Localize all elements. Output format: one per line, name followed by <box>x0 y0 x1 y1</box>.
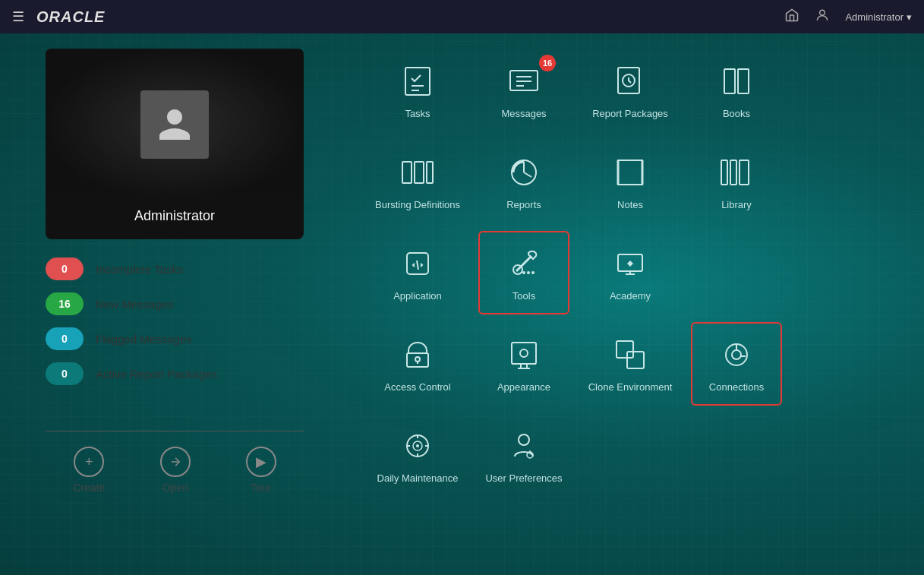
notes-icon <box>607 151 653 193</box>
access-control-label: Access Control <box>384 381 450 394</box>
svg-rect-14 <box>402 162 412 183</box>
svg-point-41 <box>520 349 528 357</box>
new-messages-badge: 16 <box>46 292 84 315</box>
incomplete-tasks-badge: 0 <box>46 257 84 280</box>
report-packages-icon <box>607 60 653 102</box>
messages-badge: 16 <box>539 55 556 71</box>
profile-name: Administrator <box>134 208 215 224</box>
grid-item-academy[interactable]: Academy <box>585 231 676 314</box>
main-content: Administrator 0 Incomplete Tasks 16 New … <box>0 33 924 575</box>
grid-item-user-preferences[interactable]: User Preferences <box>478 413 569 497</box>
avatar <box>140 90 209 159</box>
academy-icon <box>607 242 653 284</box>
grid-item-appearance[interactable]: Appearance <box>478 322 569 406</box>
profile-card: Administrator <box>46 49 304 239</box>
tools-label: Tools <box>512 290 535 303</box>
grid-item-daily-maintenance[interactable]: Daily Maintenance <box>372 413 463 497</box>
clone-icon <box>607 333 653 375</box>
create-button[interactable]: + Create <box>73 447 105 494</box>
svg-point-56 <box>519 434 529 445</box>
user-preferences-label: User Preferences <box>485 472 562 485</box>
grid-item-tasks[interactable]: Tasks <box>372 49 463 132</box>
profile-background <box>46 49 304 201</box>
grid-item-library[interactable]: Library <box>691 140 782 223</box>
admin-dropdown-icon: ▾ <box>907 11 912 23</box>
academy-label: Academy <box>610 290 651 303</box>
active-report-packages-label: Active Report Packages <box>96 368 217 381</box>
bursting-icon <box>395 151 440 193</box>
stat-row-active-report-packages: 0 Active Report Packages <box>46 362 304 385</box>
grid-item-tools[interactable]: Tools <box>478 231 569 314</box>
grid-item-empty2 <box>585 413 676 497</box>
grid-item-report-packages[interactable]: Report Packages <box>585 49 676 132</box>
topbar: ☰ ORACLE Administrator ▾ <box>0 0 924 33</box>
svg-rect-16 <box>427 162 433 183</box>
reports-label: Reports <box>506 199 541 212</box>
svg-rect-43 <box>627 352 644 368</box>
flagged-messages-badge: 0 <box>46 327 84 350</box>
library-label: Library <box>721 199 752 212</box>
grid-item-reports[interactable]: Reports <box>478 140 569 223</box>
tasks-label: Tasks <box>405 108 430 121</box>
svg-rect-11 <box>738 69 749 93</box>
stats-section: 0 Incomplete Tasks 16 New Messages 0 Fla… <box>46 257 304 385</box>
notes-label: Notes <box>617 199 643 212</box>
admin-menu[interactable]: Administrator ▾ <box>845 11 912 23</box>
books-label: Books <box>723 108 750 121</box>
grid-item-bursting-definitions[interactable]: Bursting Definitions <box>372 140 463 223</box>
svg-rect-15 <box>415 162 424 183</box>
application-icon <box>395 242 440 284</box>
grid-item-empty1 <box>691 231 782 314</box>
connections-icon <box>714 333 759 375</box>
topbar-right: Administrator ▾ <box>784 8 912 27</box>
report-packages-label: Report Packages <box>592 108 668 121</box>
svg-point-34 <box>415 357 420 362</box>
user-icon[interactable] <box>815 8 830 27</box>
svg-rect-20 <box>721 160 727 185</box>
access-control-icon <box>395 333 440 375</box>
new-messages-label: New Messages <box>96 298 174 311</box>
grid-item-access-control[interactable]: Access Control <box>372 322 463 406</box>
svg-marker-30 <box>627 261 633 267</box>
svg-rect-10 <box>724 69 735 93</box>
grid-item-empty3 <box>691 413 782 497</box>
daily-maintenance-label: Daily Maintenance <box>377 472 459 485</box>
app-grid: Tasks 16 Messages <box>372 49 901 497</box>
oracle-logo: ORACLE <box>36 8 105 26</box>
svg-rect-36 <box>512 343 536 364</box>
right-panel: Tasks 16 Messages <box>349 33 924 575</box>
svg-point-50 <box>416 444 419 447</box>
library-icon <box>714 151 759 193</box>
grid-item-application[interactable]: Application <box>372 231 463 314</box>
grid-item-clone-environment[interactable]: Clone Environment <box>585 322 676 406</box>
tools-icon <box>501 242 547 284</box>
tour-icon: ▶ <box>246 447 276 477</box>
left-panel: Administrator 0 Incomplete Tasks 16 New … <box>0 33 349 575</box>
daily-maintenance-icon <box>395 425 440 466</box>
tour-button[interactable]: ▶ Tour <box>246 447 276 494</box>
messages-label: Messages <box>501 108 546 121</box>
svg-rect-42 <box>617 341 633 358</box>
flagged-messages-label: Flagged Messages <box>96 333 192 346</box>
admin-label: Administrator <box>845 11 904 23</box>
svg-point-0 <box>820 10 825 15</box>
clone-label: Clone Environment <box>588 381 673 394</box>
hamburger-icon[interactable]: ☰ <box>12 8 24 25</box>
grid-item-connections[interactable]: Connections <box>691 322 782 406</box>
bursting-label: Bursting Definitions <box>375 199 460 212</box>
svg-point-28 <box>531 271 535 274</box>
grid-item-messages[interactable]: 16 Messages <box>478 49 569 132</box>
connections-label: Connections <box>709 381 764 394</box>
open-button[interactable]: Open <box>160 447 191 494</box>
grid-item-notes[interactable]: Notes <box>585 140 676 223</box>
create-icon: + <box>74 447 104 477</box>
stat-row-new-messages: 16 New Messages <box>46 292 304 315</box>
svg-point-26 <box>522 271 525 274</box>
books-icon <box>714 60 759 102</box>
appearance-label: Appearance <box>497 381 550 394</box>
open-icon <box>160 447 191 477</box>
home-icon[interactable] <box>784 8 799 27</box>
active-report-packages-badge: 0 <box>46 362 84 385</box>
appearance-icon <box>501 333 547 375</box>
grid-item-books[interactable]: Books <box>691 49 782 132</box>
